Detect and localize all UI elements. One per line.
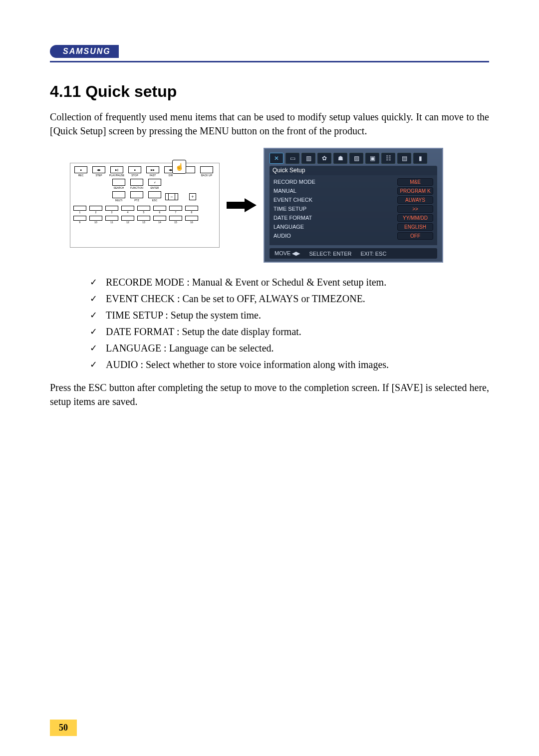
system-icon: ▤ — [397, 153, 411, 164]
samsung-logo: SAMSUNG — [50, 45, 119, 58]
osd-setting-row: LANGUAGE ENGLISH — [273, 222, 433, 231]
osd-setting-value: OFF — [397, 232, 433, 240]
pointer-cursor-icon: ☝ — [172, 160, 186, 174]
osd-setting-label: RECORD MODE — [273, 179, 315, 185]
checklist-item: TIME SETUP : Setup the system time. — [90, 310, 489, 321]
feature-checklist: RECORDE MODE : Manual & Event or Schedul… — [90, 277, 489, 371]
checklist-item: EVENT CHECK : Can be set to OFF, ALWAYS … — [90, 293, 489, 305]
exit-icon: ▮ — [413, 153, 427, 164]
quick-setup-osd: ✕ ▭ ▥ ✿ ☗ ▨ ▣ ☷ ▤ ▮ Quick Setup RECORD M… — [264, 148, 443, 263]
remote-panel-illustration: ■REC◀▶STEP▶||PLAY/PAUSE■STOP▶▶FAST◀▶DIRB… — [70, 163, 220, 248]
remote-button: BACK UP — [199, 166, 214, 177]
remote-channel-button: 10 — [89, 216, 102, 224]
osd-footer-move: MOVE ◀▶ — [274, 250, 300, 257]
checklist-item: LANGUAGE : Language can be selected. — [90, 343, 489, 354]
remote-channel-button: 13 — [137, 216, 150, 224]
osd-footer-select: SELECT: ENTER — [309, 251, 351, 257]
remote-channel-button: 6 — [153, 206, 166, 214]
display-icon: ▭ — [285, 153, 299, 164]
checklist-item: AUDIO : Select whether to store voice in… — [90, 359, 489, 371]
osd-setting-row: DATE FORMAT YY/MM/DD — [273, 213, 433, 222]
minus-button: − — [168, 193, 175, 200]
remote-button: ▶▶FAST — [145, 166, 160, 177]
remote-channel-button: 4 — [121, 206, 134, 214]
remote-channel-button: 14 — [153, 216, 166, 224]
remote-button: ESC — [147, 191, 162, 202]
remote-button: FUNCTION — [129, 179, 144, 189]
osd-setting-label: EVENT CHECK — [273, 197, 312, 203]
osd-setting-row: MANUAL PROGRAM K — [273, 186, 433, 195]
plus-button: + — [189, 193, 196, 200]
remote-button: ■REC — [73, 166, 88, 177]
remote-button: ▶||PLAY/PAUSE — [109, 166, 124, 177]
wrench-icon: ✕ — [270, 153, 283, 164]
remote-button: MULTI — [111, 191, 126, 202]
osd-setting-label: MANUAL — [273, 188, 296, 194]
osd-setting-value: >> — [397, 205, 433, 213]
osd-setting-value: PROGRAM K — [397, 187, 433, 195]
osd-setting-label: AUDIO — [273, 233, 291, 239]
remote-channel-button: 7 — [169, 206, 182, 214]
checklist-item: RECORDE MODE : Manual & Event or Schedul… — [90, 277, 489, 288]
osd-title: Quick Setup — [270, 166, 437, 175]
alarm-icon: ▨ — [349, 153, 363, 164]
arrow-right-icon — [227, 198, 257, 212]
osd-setting-row: TIME SETUP >> — [273, 204, 433, 213]
remote-button: ↲ENTER — [147, 179, 162, 189]
checklist-item: DATE FORMAT : Setup the date display for… — [90, 326, 489, 338]
osd-footer: MOVE ◀▶ SELECT: ENTER EXIT: ESC — [270, 248, 437, 259]
osd-setting-value: YY/MM/DD — [397, 214, 433, 222]
osd-footer-exit: EXIT: ESC — [360, 251, 386, 257]
remote-channel-button: 5 — [137, 206, 150, 214]
remote-channel-button: 3 — [105, 206, 118, 214]
osd-setting-row: RECORD MODE M&E — [273, 177, 433, 186]
remote-channel-button: 12 — [121, 216, 134, 224]
remote-channel-button: 8 — [185, 206, 198, 214]
intro-paragraph: Collection of frequently used menu items… — [50, 110, 489, 138]
remote-channel-button: 16 — [185, 216, 198, 224]
remote-channel-button: 1 — [73, 206, 86, 214]
osd-setting-row: AUDIO OFF — [273, 231, 433, 240]
osd-setting-label: TIME SETUP — [273, 206, 306, 212]
remote-channel-button: 11 — [105, 216, 118, 224]
osd-toolbar: ✕ ▭ ▥ ✿ ☗ ▨ ▣ ☷ ▤ ▮ — [265, 149, 442, 165]
remote-button: PTZ — [129, 191, 144, 202]
record-icon: ▣ — [365, 153, 379, 164]
osd-setting-label: DATE FORMAT — [273, 215, 312, 221]
remote-channel-button: 15 — [169, 216, 182, 224]
remote-button: SEARCH — [111, 179, 126, 189]
osd-setting-row: EVENT CHECK ALWAYS — [273, 195, 433, 204]
osd-setting-value: ALWAYS — [397, 196, 433, 204]
osd-setting-label: LANGUAGE — [273, 224, 304, 230]
figure-row: ■REC◀▶STEP▶||PLAY/PAUSE■STOP▶▶FAST◀▶DIRB… — [70, 148, 489, 263]
osd-setting-value: ENGLISH — [397, 223, 433, 231]
remote-channel-button: 2 — [89, 206, 102, 214]
osd-setting-value: M&E — [397, 178, 433, 186]
remote-button: ◀▶STEP — [91, 166, 106, 177]
outro-paragraph: Press the ESC button after completing th… — [50, 380, 489, 408]
audio-icon: ☗ — [333, 153, 347, 164]
remote-button: ■STOP — [127, 166, 142, 177]
header-bar: SAMSUNG — [50, 45, 489, 62]
section-heading: 4.11 Quick setup — [50, 82, 489, 101]
camera-icon: ✿ — [317, 153, 331, 164]
tile-icon: ▥ — [301, 153, 315, 164]
remote-channel-button: 9 — [73, 216, 86, 224]
network-icon: ☷ — [381, 153, 395, 164]
